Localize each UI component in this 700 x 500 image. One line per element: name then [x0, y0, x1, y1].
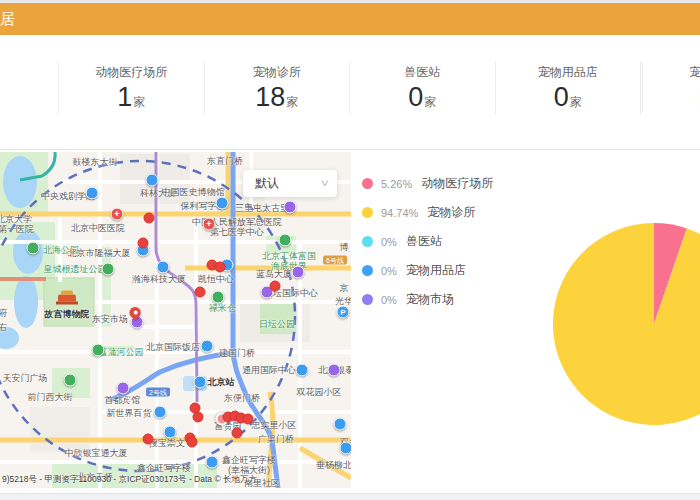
stat-value: 0家 — [350, 81, 495, 118]
data-marker-7[interactable] — [193, 412, 204, 423]
stat-card-1: 宠物诊所18家 — [204, 62, 350, 114]
section-divider — [0, 149, 700, 150]
palace-icon — [58, 295, 76, 302]
app-title-partial: 居 — [0, 10, 16, 29]
map-label: 日坛公园 — [259, 318, 295, 331]
map-label: 京 — [340, 282, 349, 295]
stats-divider — [642, 62, 643, 112]
map-label: 故宫博物院 — [45, 308, 90, 321]
map-label: 北京站 — [208, 376, 235, 389]
stat-label: 宠物用品店 — [496, 64, 641, 80]
legend-item-3[interactable]: 0%宠物用品店 — [362, 256, 493, 285]
map-style-dropdown[interactable]: 默认 ˅ — [243, 170, 337, 197]
map-label: 中欣银宝通大厦 — [65, 447, 128, 460]
app-header: 居 — [0, 3, 700, 35]
map-label: 首都宾馆 — [104, 394, 140, 407]
data-marker-1[interactable] — [138, 238, 149, 249]
data-marker-15[interactable] — [187, 437, 198, 448]
map-label: 北京市隆福大厦 — [68, 247, 131, 260]
legend-label: 动物医疗场所 — [421, 175, 493, 192]
poi-purple-icon — [328, 364, 341, 377]
stat-card-0: 动物医疗场所1家 — [58, 62, 204, 114]
map-label: 凯恒中心 — [198, 273, 234, 286]
legend-item-0[interactable]: 5.26%动物医疗场所 — [362, 169, 493, 198]
legend-percent: 0% — [381, 236, 397, 248]
map-label: 第一医院 — [0, 223, 34, 236]
map-label: 府 — [0, 307, 8, 320]
subway-line-badge: 6号线 — [323, 256, 347, 265]
map-label: 忠实里小区 — [252, 419, 297, 432]
poi-blue-icon — [146, 174, 159, 187]
poi-green-icon — [279, 234, 292, 247]
map-label: 搜宝崇文 — [149, 437, 185, 450]
map-label: 博 — [340, 241, 349, 254]
stat-value: 18家 — [205, 81, 350, 118]
map-label: 中国医史博物馆 — [162, 186, 225, 199]
legend-percent: 0% — [381, 265, 397, 277]
legend-percent: 94.74% — [381, 207, 418, 219]
stat-value: 1家 — [59, 81, 204, 118]
legend-dot-icon — [362, 178, 373, 189]
poi-blue-icon — [206, 456, 219, 469]
map-label: 广渠门桥 — [258, 433, 294, 446]
poi-purple-icon — [284, 201, 297, 214]
legend-item-2[interactable]: 0%兽医站 — [362, 227, 493, 256]
data-marker-12[interactable] — [243, 414, 254, 425]
chevron-down-icon: ˅ — [321, 178, 329, 189]
map-label: 皇城根遗址公园 — [44, 263, 107, 276]
data-marker-5[interactable] — [270, 281, 281, 292]
map-copyright: 9)5218号 - 甲测资字1100930 - 京ICP证030173号 - D… — [2, 474, 257, 486]
legend-dot-icon — [362, 236, 373, 247]
dropdown-value: 默认 — [255, 175, 322, 192]
map-canvas[interactable]: 鼓楼东大街东直门桥中央戏剧学院科林大厦中国医史博物馆保利写字楼三里屯太古里北京大… — [0, 152, 351, 488]
data-marker-16[interactable] — [232, 428, 243, 439]
legend-item-4[interactable]: 0%宠物市场 — [362, 285, 493, 314]
subway-line-badge: 2号线 — [146, 388, 170, 397]
poi-blue-icon — [216, 197, 229, 210]
map-label: 建国门桥 — [219, 347, 255, 360]
legend-label: 宠物市场 — [406, 291, 454, 308]
map-label: 鼓楼东大街 — [73, 156, 118, 169]
pie-legend: 5.26%动物医疗场所94.74%宠物诊所0%兽医站0%宠物用品店0%宠物市场 — [362, 169, 493, 314]
map-label: 双花园小区 — [297, 386, 342, 399]
poi-blue-icon — [296, 364, 309, 377]
poi-blue-icon — [201, 340, 214, 353]
stats-row: 动物医疗场所1家宠物诊所18家兽医站0家宠物用品店0家宠物市场0家 — [58, 62, 700, 114]
stat-label: 宠物诊所 — [205, 64, 350, 80]
map-label: 右 — [0, 321, 8, 334]
map-label: 瀚海科技大厦 — [132, 273, 186, 286]
legend-dot-icon — [362, 294, 373, 305]
poi-green-icon — [92, 344, 105, 357]
poi-blue-icon — [164, 426, 177, 439]
map-label: 东便门桥 — [224, 392, 260, 405]
stat-value: 0家 — [641, 81, 700, 118]
pie-chart[interactable] — [553, 223, 700, 425]
legend-percent: 5.26% — [381, 178, 412, 190]
data-marker-14[interactable] — [143, 434, 154, 445]
poi-blue-icon — [86, 187, 99, 200]
legend-label: 宠物诊所 — [427, 204, 475, 221]
stat-label: 宠物市场 — [641, 64, 700, 80]
map-label: 垂杨柳北 — [316, 459, 351, 472]
poi-green-icon — [64, 374, 77, 387]
poi-blue-icon: P — [337, 306, 350, 319]
poi-purple-icon — [292, 266, 305, 279]
data-marker-4[interactable] — [195, 287, 206, 298]
legend-item-1[interactable]: 94.74%宠物诊所 — [362, 198, 493, 227]
map-label: 蓝岛大厦 — [256, 268, 292, 281]
data-marker-0[interactable] — [144, 213, 155, 224]
legend-dot-icon — [362, 207, 373, 218]
poi-blue-icon — [157, 261, 170, 274]
map-overlay: 鼓楼东大街东直门桥中央戏剧学院科林大厦中国医史博物馆保利写字楼三里屯太古里北京大… — [0, 152, 351, 488]
map-label: 通用国际中心 — [242, 364, 296, 377]
legend-dot-icon — [362, 265, 373, 276]
map-label: 菖蒲河公园 — [99, 346, 144, 359]
stat-label: 兽医站 — [350, 64, 495, 80]
legend-label: 兽医站 — [406, 233, 442, 250]
data-marker-3[interactable] — [215, 262, 226, 273]
map-label: 新世界百货 — [107, 407, 152, 420]
poi-cross-icon — [111, 208, 124, 221]
stat-card-3: 宠物用品店0家 — [495, 62, 641, 114]
stat-card-4: 宠物市场0家 — [640, 62, 700, 114]
map-label: 天安门广场 — [3, 372, 48, 385]
